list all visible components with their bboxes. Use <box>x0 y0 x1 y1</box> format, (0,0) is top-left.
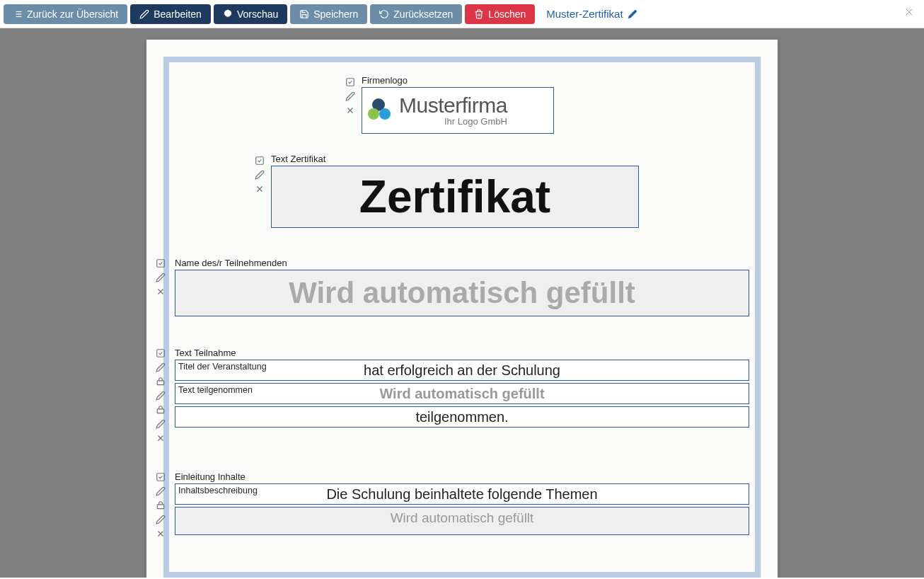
trash-icon <box>474 9 484 19</box>
check-icon[interactable] <box>254 155 265 166</box>
pencil-icon[interactable] <box>155 390 166 401</box>
content-label-2: Inhaltsbeschreibung <box>178 486 258 495</box>
participation-text-2: Wird automatisch gefüllt <box>379 386 544 402</box>
pencil-icon[interactable] <box>345 91 356 102</box>
check-icon[interactable] <box>155 471 166 483</box>
svg-rect-24 <box>157 505 163 509</box>
save-icon <box>299 9 309 19</box>
pencil-icon[interactable] <box>155 272 166 283</box>
participation-line-2[interactable]: Text teilgenommen Wird automatisch gefül… <box>175 383 749 404</box>
close-icon[interactable] <box>345 105 356 116</box>
close-icon[interactable] <box>155 432 166 444</box>
pencil-icon[interactable] <box>155 362 166 373</box>
svg-rect-19 <box>157 381 163 385</box>
svg-rect-12 <box>256 157 264 165</box>
participation-text-1: hat erfolgreich an der Schulung <box>364 362 560 379</box>
svg-rect-15 <box>157 260 165 268</box>
close-icon <box>903 6 915 18</box>
list-icon <box>13 9 23 19</box>
reset-label: Zurücksetzen <box>393 8 453 20</box>
pencil-icon <box>628 9 637 19</box>
pencil-icon[interactable] <box>254 169 265 180</box>
pencil-icon[interactable] <box>155 486 166 497</box>
back-label: Zurück zur Übersicht <box>27 8 118 20</box>
close-icon[interactable] <box>155 528 166 539</box>
back-button[interactable]: Zurück zur Übersicht <box>4 4 127 24</box>
participation-label-1: Text Teilnahme <box>175 348 749 358</box>
canvas-area: Firmenlogo Musterfirma Ihr Logo GmbH <box>0 28 924 578</box>
logo-controls <box>345 76 356 116</box>
toolbar: Zurück zur Übersicht Bearbeiten Vorschau… <box>0 0 924 28</box>
gear-icon <box>223 9 233 19</box>
participation-label-2: Titel der Veranstaltung <box>178 362 267 372</box>
page-content: Firmenlogo Musterfirma Ihr Logo GmbH <box>146 40 778 563</box>
participation-text-3: teilgenommen. <box>415 409 508 425</box>
pencil-icon <box>139 9 149 19</box>
logo-tagline: Ihr Logo GmbH <box>399 117 507 127</box>
participation-block: Text Teilnahme Titel der Veranstaltung h… <box>175 348 749 428</box>
delete-label: Löschen <box>488 8 526 20</box>
cert-title-label: Text Zertifikat <box>271 154 639 164</box>
content-block: Einleitung Inhalte Inhaltsbeschreibung D… <box>175 471 749 535</box>
participant-placeholder: Wird automatisch gefüllt <box>289 276 635 310</box>
check-icon[interactable] <box>155 348 166 359</box>
refresh-icon <box>379 9 389 19</box>
content-line-2[interactable]: Wird automatisch gefüllt <box>175 507 749 535</box>
save-label: Speichern <box>313 8 358 20</box>
participant-controls <box>155 258 166 297</box>
logo-label: Firmenlogo <box>362 75 554 86</box>
check-icon[interactable] <box>345 76 356 88</box>
document-title-text: Muster-Zertifikat <box>546 8 623 20</box>
close-button[interactable] <box>898 4 920 24</box>
svg-rect-23 <box>157 474 165 481</box>
lock-icon[interactable] <box>155 376 166 387</box>
participation-line-3[interactable]: teilgenommen. <box>175 406 749 428</box>
pencil-icon[interactable] <box>155 514 166 525</box>
reset-button[interactable]: Zurücksetzen <box>370 4 462 24</box>
save-button[interactable]: Speichern <box>290 4 367 24</box>
preview-label: Vorschau <box>237 8 278 20</box>
participant-block: Name des/r Teilnehmenden Wird automatisc… <box>175 258 749 316</box>
content-text-1: Die Schulung beinhaltete folgende Themen <box>326 486 597 503</box>
svg-rect-18 <box>157 350 165 357</box>
content-text-2: Wird automatisch gefüllt <box>391 510 534 526</box>
logo-company: Musterfirma <box>399 94 507 117</box>
participant-field[interactable]: Wird automatisch gefüllt <box>175 270 749 316</box>
pencil-icon[interactable] <box>155 418 166 430</box>
logo-field[interactable]: Musterfirma Ihr Logo GmbH <box>362 87 554 134</box>
preview-button[interactable]: Vorschau <box>214 4 287 24</box>
certificate-page: Firmenlogo Musterfirma Ihr Logo GmbH <box>146 40 778 578</box>
content-controls <box>155 471 166 539</box>
participation-label-3: Text teilgenommen <box>178 385 253 395</box>
delete-button[interactable]: Löschen <box>465 4 535 24</box>
lock-icon[interactable] <box>155 500 166 511</box>
content-label-1: Einleitung Inhalte <box>175 471 749 482</box>
cert-title-text: Zertifikat <box>359 171 550 223</box>
svg-rect-20 <box>157 409 163 413</box>
edit-label: Bearbeiten <box>154 8 202 20</box>
close-icon[interactable] <box>254 183 265 195</box>
content-line-1[interactable]: Inhaltsbeschreibung Die Schulung beinhal… <box>175 483 749 505</box>
participant-label: Name des/r Teilnehmenden <box>175 258 749 268</box>
logo-block: Firmenlogo Musterfirma Ihr Logo GmbH <box>345 75 749 134</box>
logo-text: Musterfirma Ihr Logo GmbH <box>399 94 507 126</box>
participation-line-1[interactable]: Titel der Veranstaltung hat erfolgreich … <box>175 360 749 381</box>
check-icon[interactable] <box>155 258 166 269</box>
participation-controls <box>155 348 166 444</box>
cert-title-controls <box>254 155 265 195</box>
lock-icon[interactable] <box>155 404 166 415</box>
cert-title-block: Text Zertifikat Zertifikat <box>254 154 749 228</box>
cert-title-field[interactable]: Zertifikat <box>271 166 639 228</box>
svg-rect-9 <box>347 79 354 86</box>
document-title[interactable]: Muster-Zertifikat <box>546 8 637 20</box>
logo-graphic <box>368 98 396 122</box>
close-icon[interactable] <box>155 286 166 297</box>
edit-button[interactable]: Bearbeiten <box>130 4 211 24</box>
